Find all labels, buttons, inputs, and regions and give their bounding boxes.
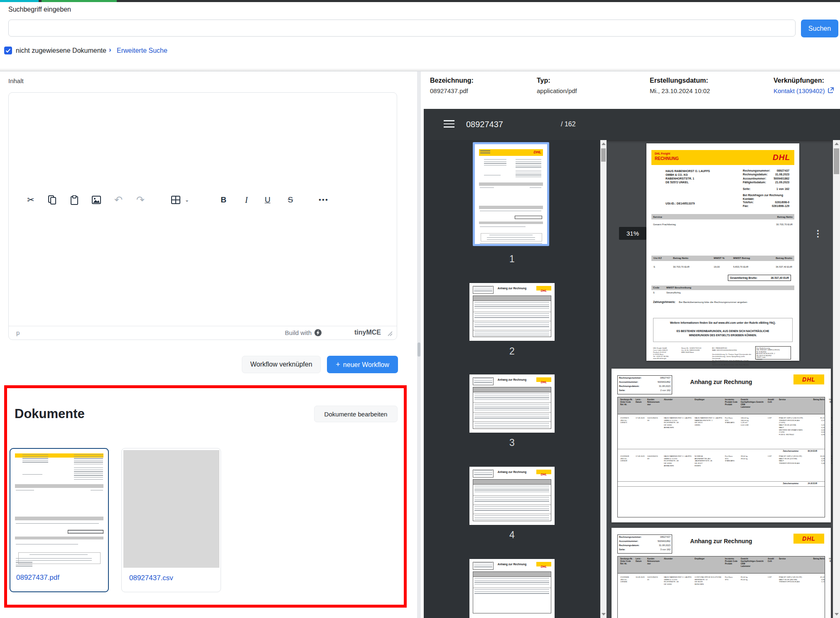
meta-label-erstellungsdatum: Erstellungsdatum: <box>650 77 708 84</box>
meta-label-verknuepfungen: Verknüpfungen: <box>774 77 824 84</box>
ust-id: USt-ID.: DE149513379 <box>666 202 695 205</box>
tab-strip-teal <box>0 0 39 2</box>
main-scrollbar[interactable] <box>833 140 840 618</box>
external-link-icon[interactable] <box>828 87 834 95</box>
dhl-freight-label: DHL Freight <box>655 152 670 155</box>
invoice-meta-block: Rechnungsnummer:08927437Rechnungsdatum:3… <box>743 169 789 185</box>
search-input[interactable] <box>8 20 796 37</box>
thumbnail-label-4: 4 <box>424 529 600 541</box>
resize-handle-icon[interactable] <box>388 330 393 338</box>
page-count-label: / 162 <box>561 121 576 128</box>
service-header-band: Service Betrag Netto <box>651 214 794 219</box>
document-card-csv[interactable]: 08927437.csv <box>121 448 221 592</box>
dhl-header-band: DHL Freight RECHNUNG DHL <box>651 150 794 165</box>
sidebar-scrollbar-thumb[interactable] <box>601 148 606 162</box>
pdf-page-2: Rechnungsnummer:08927437Accountnummer:50… <box>612 369 831 522</box>
anhang-table: Sendungs-Nr. Order Code Ref.-Nr.Leist.- … <box>617 556 825 618</box>
documents-section-highlight: Dokumente Dokumente bearbeiten <box>4 385 407 608</box>
pdf-file-link[interactable]: 08927437.pdf <box>16 574 59 582</box>
document-card-pdf[interactable]: 08927437.pdf <box>10 448 109 592</box>
page-thumbnail-3[interactable]: Anhang zur Rechnung DHL <box>469 374 555 433</box>
page-thumbnail-5[interactable]: Anhang zur Rechnung DHL <box>469 559 555 618</box>
more-actions-icon[interactable]: ⋮ <box>811 227 825 241</box>
documents-title: Dokumente <box>15 406 85 421</box>
kontakt-link[interactable]: Kontakt (1309402) <box>774 87 825 94</box>
table-row: 211393639 JINV-DL-139363917.08.202310403… <box>618 454 825 480</box>
link-workflow-button[interactable]: Workflow verknüpfen <box>242 356 321 373</box>
advanced-search-link[interactable]: Erweiterte Suche <box>117 47 167 54</box>
tab-strip-gap <box>39 0 42 2</box>
code-header-band: Code MWST Beschreibung <box>651 286 794 290</box>
rechnung-label: RECHNUNG <box>655 156 679 161</box>
tinymce-wordmark[interactable]: tinyMCE <box>354 329 381 336</box>
edit-documents-button[interactable]: Dokumente bearbeiten <box>314 406 398 422</box>
invoice-address: HAUS RABENHORST O. LAUFFS <box>666 169 710 173</box>
editor-statusbar: p Build with tinyMCE <box>9 326 397 340</box>
scroll-down-arrow[interactable] <box>602 613 606 616</box>
csv-card-placeholder <box>123 450 219 568</box>
search-label: Suchbegriff eingeben <box>8 6 71 13</box>
tinymce-logo-icon <box>314 329 322 338</box>
editor-body[interactable] <box>9 118 397 325</box>
sidebar-scrollbar[interactable] <box>600 140 607 618</box>
meta-value-typ: application/pdf <box>537 87 577 94</box>
tax-table-header: Ust KZBetrag NettoMWST %MWST BetragBetra… <box>651 256 794 261</box>
tax-table-row: S30.703,70 EUR19,005.833,70 EUR36.537,40… <box>651 265 794 269</box>
meta-label-bezeichnung: Bezeichnung: <box>430 77 474 84</box>
pdf-page-1: DHL Freight RECHNUNG DHL HAUS RABENHORST… <box>646 143 799 361</box>
chevron-right-icon: › <box>109 46 111 54</box>
dhl-logo: DHL <box>541 565 547 568</box>
pdf-page-3: Rechnungsnummer:08927437Accountnummer:50… <box>612 528 831 618</box>
tab-strip-green <box>42 0 117 2</box>
unassigned-docs-checkbox[interactable] <box>4 47 12 54</box>
search-button[interactable]: Suchen <box>801 20 838 37</box>
app-root: Suchbegriff eingeben Suchen nicht zugewi… <box>0 0 840 618</box>
check-icon <box>5 48 11 53</box>
header-divider-shadow <box>0 68 840 71</box>
dhl-logo: DHL <box>541 289 547 292</box>
pdf-doc-title: 08927437 <box>466 120 503 129</box>
invoice-footer: DHL Freight GmbH Crest Code:LDE023 Postf… <box>653 347 675 359</box>
page-thumbnail-2[interactable]: Anhang zur Rechnung DHL <box>469 283 555 341</box>
pdf-viewer: 08927437 1 / 162 31% ⋮ DHL <box>424 109 840 618</box>
mini-dhl-band: DHL <box>479 149 543 156</box>
tab-strip-dark <box>117 0 840 2</box>
new-workflow-button[interactable]: +neuer Workflow <box>327 356 398 373</box>
dhl-logo-band: DHL <box>793 374 824 384</box>
page-thumbnail-4[interactable]: Anhang zur Rechnung DHL <box>469 467 555 525</box>
table-row: 211393671 JINV-DL-139367117.08.202310221… <box>618 416 825 448</box>
unassigned-docs-label: nicht zugewiesene Dokumente <box>16 47 106 54</box>
dhl-logo-band: DHL <box>793 534 824 544</box>
dhl-logo: DHL <box>541 381 547 384</box>
pdf-card-thumbnail <box>12 450 107 568</box>
plus-icon: + <box>336 360 340 369</box>
splitter-drag-handle[interactable] <box>418 342 420 357</box>
anhang-table: Sendungs-Nr. Order Code Ref.-Nr.Leist.- … <box>617 397 825 517</box>
zoom-level-input[interactable]: 31% <box>619 227 646 240</box>
thumbnail-label-3: 3 <box>424 437 600 448</box>
scroll-up-arrow[interactable] <box>835 143 839 145</box>
menu-icon[interactable] <box>444 120 454 128</box>
page-thumbnail-1[interactable]: DHL <box>473 142 549 246</box>
csv-file-link[interactable]: 08927437.csv <box>129 574 173 582</box>
element-path: p <box>16 329 20 336</box>
new-workflow-label: neuer Workflow <box>343 361 389 368</box>
info-box: Weitere Informationen finden Sie auf www… <box>653 318 793 342</box>
scroll-down-arrow[interactable] <box>835 613 839 616</box>
content-label: Inhalt <box>8 77 24 84</box>
dhl-logo: DHL <box>802 376 815 383</box>
main-scrollbar-thumb[interactable] <box>834 148 839 174</box>
dhl-logo: DHL <box>773 153 790 162</box>
meta-label-typ: Typ: <box>537 77 550 84</box>
thumbnail-label-2: 2 <box>424 346 600 357</box>
total-box: Gesamtbetrag Brutto: 36.537,40 EUR <box>728 275 791 281</box>
dhl-logo: DHL <box>541 473 547 476</box>
dhl-logo: DHL <box>534 150 542 154</box>
scroll-up-arrow[interactable] <box>602 143 606 145</box>
table-row: 211393686 JINV-DL-139368616.08.202310221… <box>618 575 825 607</box>
rich-text-editor[interactable]: ✂ ↶ ↷ ⌄ B I U S ••• p Build with tiny <box>8 92 397 340</box>
thumbnail-label-1: 1 <box>424 254 600 265</box>
build-with-label: Build with <box>285 329 312 336</box>
dhl-logo: DHL <box>802 535 815 542</box>
meta-value-bezeichnung: 08927437.pdf <box>430 87 468 94</box>
